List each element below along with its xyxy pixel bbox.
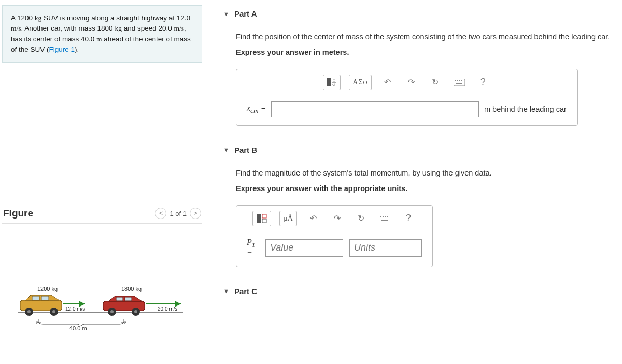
reset-button[interactable]: ↻ <box>353 211 369 226</box>
svg-rect-34 <box>379 215 390 222</box>
svg-rect-21 <box>327 78 331 86</box>
part-a-toolbar: □√□ ΑΣφ ↶ ↷ ↻ ? <box>237 70 576 94</box>
part-b-value-input[interactable] <box>265 239 343 257</box>
part-c-section: ▼ Part C <box>223 283 619 300</box>
part-b-prompt: Find the magnitude of the system's total… <box>236 168 619 179</box>
svg-point-13 <box>110 310 114 313</box>
svg-rect-32 <box>262 214 266 218</box>
svg-rect-2 <box>32 296 39 300</box>
svg-point-5 <box>27 310 31 313</box>
figure-pager: < 1 of 1 > <box>155 208 201 219</box>
figure-prev-button[interactable]: < <box>155 208 166 219</box>
svg-point-7 <box>52 310 55 313</box>
help-button[interactable]: ? <box>401 211 416 226</box>
suv-mass-label: 1200 kg <box>37 286 58 292</box>
svg-point-15 <box>134 310 137 313</box>
svg-rect-37 <box>385 216 386 217</box>
reset-button[interactable]: ↻ <box>428 75 443 90</box>
figure-link[interactable]: Figure 1 <box>49 46 75 53</box>
car-speed-label: 20.0 m/s <box>158 306 177 312</box>
keyboard-button[interactable] <box>377 211 392 226</box>
part-b-variable-label: P1 = <box>247 238 259 258</box>
svg-rect-35 <box>380 216 381 217</box>
svg-rect-28 <box>459 80 460 81</box>
svg-rect-27 <box>457 80 458 81</box>
caret-down-icon: ▼ <box>223 288 229 294</box>
svg-rect-30 <box>456 83 462 84</box>
svg-rect-11 <box>125 297 132 301</box>
figure-image: 1200 kg 12.0 m/s 1800 kg 20.0 m/s <box>2 224 202 338</box>
figure-pager-label: 1 of 1 <box>169 210 187 217</box>
greek-symbols-button[interactable]: ΑΣφ <box>349 75 371 90</box>
part-b-section: ▼ Part B Find the magnitude of the syste… <box>223 141 619 267</box>
distance-label: 40.0 m <box>69 325 87 331</box>
svg-rect-29 <box>461 80 462 81</box>
part-b-units-input[interactable] <box>349 239 422 257</box>
caret-down-icon: ▼ <box>223 147 229 153</box>
template-fraction-button[interactable]: □√□ <box>323 75 341 90</box>
svg-rect-3 <box>41 296 49 300</box>
part-c-header[interactable]: ▼ Part C <box>223 283 619 300</box>
help-button[interactable]: ? <box>475 75 491 90</box>
undo-button[interactable]: ↶ <box>305 211 321 226</box>
part-a-instruction: Express your answer in meters. <box>236 48 619 56</box>
keyboard-icon <box>379 215 390 222</box>
template-icon <box>256 214 267 223</box>
redo-button[interactable]: ↷ <box>404 75 419 90</box>
svg-rect-25 <box>454 79 465 86</box>
svg-text:√□: √□ <box>332 83 337 87</box>
part-c-title: Part C <box>234 287 257 296</box>
car-mass-label: 1800 kg <box>121 286 142 292</box>
part-a-header[interactable]: ▼ Part A <box>223 5 619 22</box>
part-b-instruction: Express your answer with the appropriate… <box>236 184 619 193</box>
svg-text:□: □ <box>333 78 335 83</box>
part-a-answer-input[interactable] <box>271 101 479 117</box>
figure-title: Figure <box>3 208 33 219</box>
svg-rect-38 <box>387 216 388 217</box>
svg-rect-10 <box>116 297 123 301</box>
part-a-prompt: Find the position of the center of mass … <box>236 32 619 43</box>
undo-button[interactable]: ↶ <box>380 75 395 90</box>
part-b-toolbar: μÅ ↶ ↷ ↻ ? <box>237 207 431 230</box>
part-a-title: Part A <box>234 9 257 18</box>
keyboard-icon <box>454 79 465 86</box>
caret-down-icon: ▼ <box>223 11 229 17</box>
problem-statement: A 1200 kg SUV is moving along a straight… <box>2 5 202 63</box>
figure-next-button[interactable]: > <box>190 208 201 219</box>
svg-rect-31 <box>257 214 261 223</box>
template-icon: □√□ <box>327 78 337 87</box>
keyboard-button[interactable] <box>451 75 467 90</box>
svg-rect-36 <box>383 216 384 217</box>
part-a-variable-label: xcm = <box>247 104 266 115</box>
redo-button[interactable]: ↷ <box>329 211 345 226</box>
svg-rect-39 <box>381 220 388 221</box>
part-a-unit-label: m behind the leading car <box>484 105 567 113</box>
units-symbols-button[interactable]: μÅ <box>279 211 297 226</box>
part-a-section: ▼ Part A Find the position of the center… <box>223 5 619 126</box>
svg-rect-26 <box>455 80 456 81</box>
svg-rect-33 <box>262 219 266 223</box>
part-b-title: Part B <box>234 145 257 154</box>
suv-speed-label: 12.0 m/s <box>65 306 85 312</box>
part-b-header[interactable]: ▼ Part B <box>223 141 619 158</box>
template-button[interactable] <box>252 211 271 226</box>
